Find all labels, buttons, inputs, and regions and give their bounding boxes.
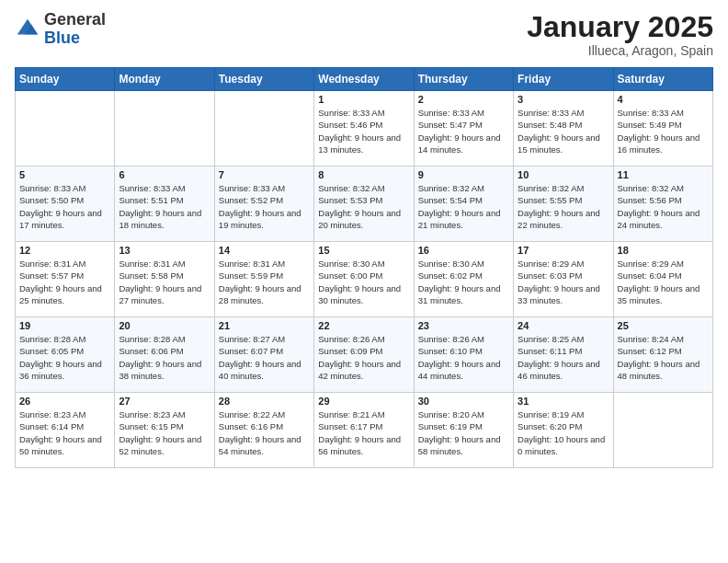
day-info: Sunrise: 8:33 AMSunset: 5:50 PMDaylight:…	[19, 182, 110, 231]
title-block: January 2025 Illueca, Aragon, Spain	[527, 11, 713, 58]
day-number: 20	[119, 320, 210, 331]
day-number: 21	[219, 320, 310, 331]
calendar-cell: 1Sunrise: 8:33 AMSunset: 5:46 PMDaylight…	[314, 91, 414, 167]
day-number: 9	[418, 169, 509, 180]
day-number: 29	[318, 396, 409, 407]
day-number: 19	[19, 320, 110, 331]
day-info: Sunrise: 8:27 AMSunset: 6:07 PMDaylight:…	[219, 333, 310, 382]
col-header-tuesday: Tuesday	[214, 68, 313, 91]
day-info: Sunrise: 8:33 AMSunset: 5:49 PMDaylight:…	[618, 107, 709, 155]
calendar-cell: 28Sunrise: 8:22 AMSunset: 6:16 PMDayligh…	[214, 393, 313, 468]
day-info: Sunrise: 8:32 AMSunset: 5:53 PMDaylight:…	[318, 182, 409, 231]
day-info: Sunrise: 8:28 AMSunset: 6:06 PMDaylight:…	[119, 333, 210, 382]
day-number: 22	[318, 320, 409, 331]
calendar-cell	[214, 91, 313, 167]
calendar-cell: 16Sunrise: 8:30 AMSunset: 6:02 PMDayligh…	[414, 242, 513, 317]
day-info: Sunrise: 8:31 AMSunset: 5:59 PMDaylight:…	[219, 258, 310, 306]
col-header-wednesday: Wednesday	[314, 68, 414, 91]
col-header-sunday: Sunday	[16, 68, 115, 91]
day-info: Sunrise: 8:31 AMSunset: 5:57 PMDaylight:…	[19, 258, 110, 306]
day-number: 18	[618, 245, 709, 256]
col-header-monday: Monday	[115, 68, 214, 91]
day-info: Sunrise: 8:23 AMSunset: 6:15 PMDaylight:…	[119, 408, 210, 457]
day-number: 2	[418, 94, 509, 105]
day-number: 15	[318, 245, 409, 256]
week-row-0: 1Sunrise: 8:33 AMSunset: 5:46 PMDaylight…	[16, 91, 713, 167]
calendar-cell: 11Sunrise: 8:32 AMSunset: 5:56 PMDayligh…	[613, 167, 712, 242]
calendar-cell: 26Sunrise: 8:23 AMSunset: 6:14 PMDayligh…	[16, 393, 115, 468]
day-number: 3	[518, 94, 609, 105]
logo-general-text: General	[44, 10, 106, 29]
day-info: Sunrise: 8:19 AMSunset: 6:20 PMDaylight:…	[518, 408, 609, 457]
calendar-cell: 21Sunrise: 8:27 AMSunset: 6:07 PMDayligh…	[214, 317, 313, 393]
day-number: 17	[518, 245, 609, 256]
day-info: Sunrise: 8:22 AMSunset: 6:16 PMDaylight:…	[219, 408, 310, 457]
day-number: 7	[219, 169, 310, 180]
day-info: Sunrise: 8:33 AMSunset: 5:52 PMDaylight:…	[219, 182, 310, 231]
calendar-cell: 27Sunrise: 8:23 AMSunset: 6:15 PMDayligh…	[115, 393, 214, 468]
day-number: 14	[219, 245, 310, 256]
day-info: Sunrise: 8:20 AMSunset: 6:19 PMDaylight:…	[418, 408, 509, 457]
day-number: 11	[618, 169, 709, 180]
day-number: 30	[418, 396, 509, 407]
calendar-cell	[16, 91, 115, 167]
calendar-cell: 10Sunrise: 8:32 AMSunset: 5:55 PMDayligh…	[514, 167, 613, 242]
calendar-cell: 23Sunrise: 8:26 AMSunset: 6:10 PMDayligh…	[414, 317, 513, 393]
calendar-cell: 4Sunrise: 8:33 AMSunset: 5:49 PMDaylight…	[613, 91, 712, 167]
day-info: Sunrise: 8:33 AMSunset: 5:48 PMDaylight:…	[518, 107, 609, 155]
month-title: January 2025	[527, 11, 713, 43]
day-number: 10	[518, 169, 609, 180]
day-number: 27	[119, 396, 210, 407]
day-info: Sunrise: 8:31 AMSunset: 5:58 PMDaylight:…	[119, 258, 210, 306]
day-info: Sunrise: 8:29 AMSunset: 6:04 PMDaylight:…	[618, 258, 709, 306]
header: General Blue January 2025 Illueca, Arago…	[15, 11, 713, 58]
col-header-saturday: Saturday	[613, 68, 712, 91]
day-info: Sunrise: 8:32 AMSunset: 5:56 PMDaylight:…	[618, 182, 709, 231]
day-number: 25	[618, 320, 709, 331]
day-number: 8	[318, 169, 409, 180]
logo-icon	[15, 17, 40, 42]
calendar-table: SundayMondayTuesdayWednesdayThursdayFrid…	[15, 67, 713, 468]
day-info: Sunrise: 8:32 AMSunset: 5:55 PMDaylight:…	[518, 182, 609, 231]
day-info: Sunrise: 8:26 AMSunset: 6:10 PMDaylight:…	[418, 333, 509, 382]
day-number: 16	[418, 245, 509, 256]
calendar-cell: 8Sunrise: 8:32 AMSunset: 5:53 PMDaylight…	[314, 167, 414, 242]
calendar-cell: 13Sunrise: 8:31 AMSunset: 5:58 PMDayligh…	[115, 242, 214, 317]
day-number: 5	[19, 169, 110, 180]
day-info: Sunrise: 8:30 AMSunset: 6:00 PMDaylight:…	[318, 258, 409, 306]
calendar-cell	[115, 91, 214, 167]
day-number: 31	[518, 396, 609, 407]
day-number: 4	[618, 94, 709, 105]
calendar-cell: 3Sunrise: 8:33 AMSunset: 5:48 PMDaylight…	[514, 91, 613, 167]
day-info: Sunrise: 8:23 AMSunset: 6:14 PMDaylight:…	[19, 408, 110, 457]
page: General Blue January 2025 Illueca, Arago…	[0, 0, 728, 563]
calendar-cell: 20Sunrise: 8:28 AMSunset: 6:06 PMDayligh…	[115, 317, 214, 393]
day-number: 12	[19, 245, 110, 256]
day-info: Sunrise: 8:21 AMSunset: 6:17 PMDaylight:…	[318, 408, 409, 457]
day-number: 23	[418, 320, 509, 331]
logo: General Blue	[15, 11, 106, 48]
day-info: Sunrise: 8:33 AMSunset: 5:51 PMDaylight:…	[119, 182, 210, 231]
calendar-cell	[613, 393, 712, 468]
day-info: Sunrise: 8:33 AMSunset: 5:47 PMDaylight:…	[418, 107, 509, 155]
calendar-cell: 29Sunrise: 8:21 AMSunset: 6:17 PMDayligh…	[314, 393, 414, 468]
day-info: Sunrise: 8:26 AMSunset: 6:09 PMDaylight:…	[318, 333, 409, 382]
calendar-cell: 17Sunrise: 8:29 AMSunset: 6:03 PMDayligh…	[514, 242, 613, 317]
calendar-cell: 12Sunrise: 8:31 AMSunset: 5:57 PMDayligh…	[16, 242, 115, 317]
day-info: Sunrise: 8:28 AMSunset: 6:05 PMDaylight:…	[19, 333, 110, 382]
calendar-cell: 9Sunrise: 8:32 AMSunset: 5:54 PMDaylight…	[414, 167, 513, 242]
location: Illueca, Aragon, Spain	[527, 43, 713, 58]
day-info: Sunrise: 8:32 AMSunset: 5:54 PMDaylight:…	[418, 182, 509, 231]
calendar-cell: 7Sunrise: 8:33 AMSunset: 5:52 PMDaylight…	[214, 167, 313, 242]
day-info: Sunrise: 8:30 AMSunset: 6:02 PMDaylight:…	[418, 258, 509, 306]
day-info: Sunrise: 8:29 AMSunset: 6:03 PMDaylight:…	[518, 258, 609, 306]
day-number: 24	[518, 320, 609, 331]
day-info: Sunrise: 8:25 AMSunset: 6:11 PMDaylight:…	[518, 333, 609, 382]
day-number: 1	[318, 94, 409, 105]
calendar-cell: 18Sunrise: 8:29 AMSunset: 6:04 PMDayligh…	[613, 242, 712, 317]
calendar-cell: 15Sunrise: 8:30 AMSunset: 6:00 PMDayligh…	[314, 242, 414, 317]
week-row-1: 5Sunrise: 8:33 AMSunset: 5:50 PMDaylight…	[16, 167, 713, 242]
calendar-cell: 2Sunrise: 8:33 AMSunset: 5:47 PMDaylight…	[414, 91, 513, 167]
calendar-cell: 14Sunrise: 8:31 AMSunset: 5:59 PMDayligh…	[214, 242, 313, 317]
col-header-thursday: Thursday	[414, 68, 513, 91]
